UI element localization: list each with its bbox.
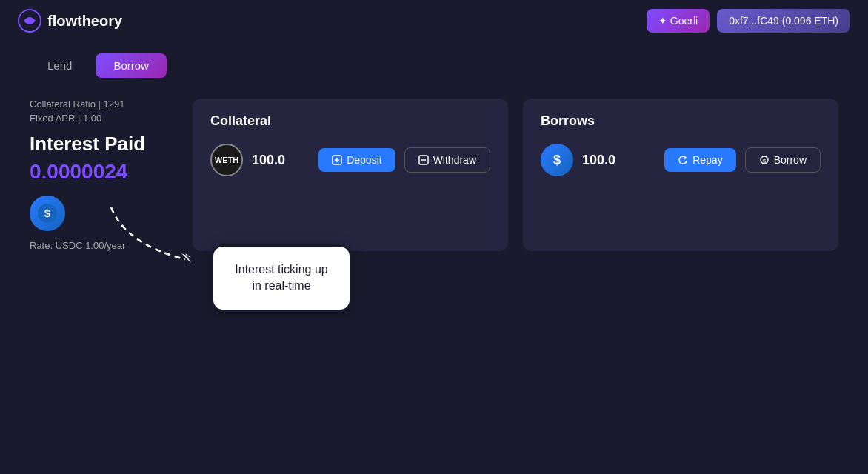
callout-tooltip: Interest ticking up in real-time: [211, 244, 352, 312]
wallet-button[interactable]: 0xf7...fC49 (0.096 ETH): [717, 9, 850, 33]
collateral-panel-title: Collateral: [210, 113, 490, 129]
tab-borrow[interactable]: Borrow: [96, 53, 167, 78]
collateral-amount: 100.0: [252, 153, 310, 168]
collateral-ratio: Collateral Ratio | 1291: [30, 99, 178, 110]
network-button[interactable]: ✦ Goerli: [647, 9, 710, 33]
svg-text:$: $: [44, 207, 50, 219]
borrows-panel-title: Borrows: [541, 113, 821, 129]
logo-text: flowtheory: [47, 13, 122, 30]
usdc-coin-icon: $: [30, 196, 65, 231]
deposit-button[interactable]: Deposit: [318, 148, 395, 172]
left-panel: Collateral Ratio | 1291 Fixed APR | 1.00…: [30, 99, 193, 251]
logo-icon: [18, 9, 41, 33]
borrows-panel: Borrows $ 100.0 Repay $: [523, 99, 838, 251]
borrow-icon: $: [759, 155, 769, 165]
logo: flowtheory: [18, 9, 122, 33]
interest-value: 0.0000024: [30, 160, 178, 184]
nav-tabs: Lend Borrow: [0, 41, 868, 84]
withdraw-button[interactable]: Withdraw: [404, 147, 490, 173]
svg-text:$: $: [762, 158, 766, 164]
main-content: Collateral Ratio | 1291 Fixed APR | 1.00…: [0, 84, 868, 266]
header-right: ✦ Goerli 0xf7...fC49 (0.096 ETH): [647, 9, 850, 33]
repay-icon: [678, 155, 688, 165]
rate-label: Rate: USDC 1.00/year: [30, 240, 178, 251]
deposit-icon: [332, 155, 342, 165]
callout-text: Interest ticking up in real-time: [235, 263, 327, 292]
borrows-row: $ 100.0 Repay $ Borrow: [541, 144, 821, 176]
withdraw-icon: [418, 155, 429, 165]
tab-lend[interactable]: Lend: [30, 53, 90, 78]
panels: Collateral WETH 100.0 Deposit: [193, 99, 838, 251]
usdc-token-icon: $: [541, 144, 573, 176]
header: flowtheory ✦ Goerli 0xf7...fC49 (0.096 E…: [0, 0, 868, 41]
collateral-panel: Collateral WETH 100.0 Deposit: [193, 99, 508, 251]
repay-button[interactable]: Repay: [664, 148, 735, 172]
borrow-button[interactable]: $ Borrow: [745, 147, 821, 173]
borrows-amount: 100.0: [582, 153, 655, 168]
weth-token-icon: WETH: [210, 144, 243, 176]
collateral-row: WETH 100.0 Deposit Withdraw: [210, 144, 490, 176]
fixed-apr: Fixed APR | 1.00: [30, 113, 178, 124]
interest-label: Interest Paid: [30, 133, 178, 156]
